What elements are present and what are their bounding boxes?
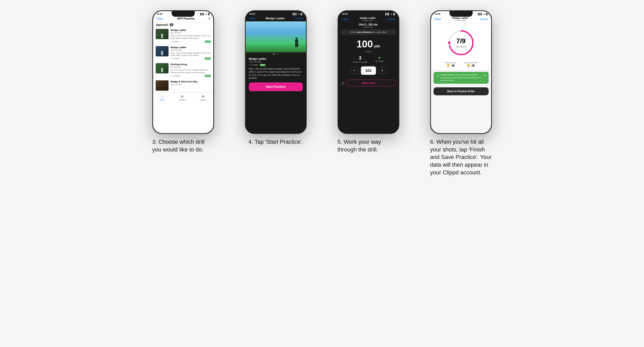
shot-info: Shot 1, 100 yds Score 5/9 <box>359 23 378 28</box>
back-button-3[interactable]: ‹ Back <box>341 18 349 21</box>
wifi-icon-3: ▲ <box>391 13 393 15</box>
bottom-nav-1: ⌂ Home ⊕ Activities ⊕ Capture <box>153 92 213 103</box>
score-text: 7/9 Total Score <box>455 38 467 48</box>
close-banner-button[interactable]: ✕ <box>483 74 486 77</box>
score-circle: 7/9 Total Score <box>447 29 475 57</box>
score-circle-container: 7/9 Total Score <box>431 23 491 60</box>
phone-section-1: 13:02 ▌▌▌ ▲ ▓ ‹ Back APP Practice ≡ Appr… <box>142 10 224 153</box>
caption-3: 5. Work your way through the drill. <box>338 138 399 153</box>
nav-capture[interactable]: ⊕ Capture <box>200 94 206 101</box>
check-icon: ✓ <box>436 74 439 78</box>
phone-screen-3: 13:03 ▌▌▌ ▲ ▓ ‹ Back Wedge Ladder 06 Mar… <box>338 11 399 133</box>
trophy-icon-2: 🏆 <box>466 64 470 67</box>
battery-icon-4: ▓ <box>486 13 488 15</box>
start-practice-button[interactable]: Start Practice <box>249 82 303 91</box>
phone-screen-4: 13:03 ▌▌▌ ▲ ▓ ‹ Back Wedge Ladder 06 Mar… <box>431 11 491 133</box>
drill-list: Wedge Ladder ☆ 50-100 yds Play 1 shot at… <box>153 27 213 92</box>
drill-thumb-3 <box>156 63 169 73</box>
distance-input[interactable] <box>361 66 376 75</box>
cancel-button-4[interactable]: Cancel <box>480 18 488 21</box>
increment-button[interactable]: + <box>379 67 386 74</box>
nav-bar-4: ‹ Back Wedge Ladder 06 Mar 2023 Cancel <box>431 16 491 23</box>
status-time-4: 13:03 <box>435 13 440 15</box>
trophy-icon-1: 🏆 <box>446 64 450 67</box>
wifi-icon-4: ▲ <box>483 13 485 15</box>
nav-title-1: APP Practice <box>177 17 195 20</box>
dot-2 <box>275 53 276 54</box>
decrement-button[interactable]: − <box>351 67 358 74</box>
phone-screen-1: 13:02 ▌▌▌ ▲ ▓ ‹ Back APP Practice ≡ Appr… <box>153 11 213 133</box>
prev-arrow[interactable]: ← <box>341 24 345 28</box>
back-button-1[interactable]: ‹ Back <box>156 17 163 20</box>
list-item[interactable]: Wedge Ladder ☆ 100-140 yds Play 1 shot a… <box>153 45 213 62</box>
nav-activities[interactable]: ⊕ Activities <box>179 94 186 101</box>
activities-icon: ⊕ <box>181 94 184 98</box>
app-badge-1: APP <box>205 40 210 43</box>
status-icons-4: ▌▌▌ ▲ ▓ <box>478 13 488 15</box>
drill-thumb-2 <box>156 46 169 56</box>
input-row: − + <box>338 65 399 77</box>
drill-thumb-4 <box>156 80 169 91</box>
signal-icon-2: ▌▌▌ <box>293 13 297 15</box>
status-time-3: 13:03 <box>342 13 348 15</box>
shots-label-2: ○ 9 shots <box>171 57 179 60</box>
list-item[interactable]: Pitching String ☆ 55-100 yds Hit 1 shot … <box>153 62 213 79</box>
caption-1: 3. Choose which drill you would like to … <box>152 138 214 153</box>
wifi-icon-2: ▲ <box>298 13 300 15</box>
carry-prompt: Enter carry distance for each shot <box>341 29 396 35</box>
caption-2: 4. Tap 'Start Practice'. <box>248 138 303 146</box>
cancel-button-3[interactable]: Cancel <box>387 18 395 21</box>
list-item[interactable]: Wedge & Short Iron Play ☆ 100-140 yds <box>153 79 213 92</box>
pb-row: Previous PB 🏆 -/9 Last month PB 🏆 -/9 <box>431 60 491 70</box>
phone-notch-3 <box>357 11 380 17</box>
drill-info-4: Wedge & Short Iron Play ☆ 100-140 yds <box>171 80 211 86</box>
shot-nav: ← Shot 1, 100 yds Score 5/9 → <box>338 23 399 29</box>
app-badge-2: APP <box>205 57 210 60</box>
stats-row: 3 Difference (yds) ● Hit Target <box>338 54 399 65</box>
dot-1 <box>273 53 274 54</box>
phone-notch-2 <box>264 11 287 17</box>
star-icon-3: ☆ <box>208 63 211 66</box>
wifi-icon-1: ▲ <box>205 13 207 15</box>
phone-section-4: 13:03 ▌▌▌ ▲ ▓ ‹ Back Wedge Ladder 06 Mar… <box>420 10 502 176</box>
back-to-drills-button[interactable]: Back to Practice Drills <box>434 87 489 95</box>
golf-figure <box>295 39 298 47</box>
next-arrow[interactable]: → <box>392 24 395 28</box>
cancel-button-2[interactable]: Cancel <box>295 17 303 20</box>
thumb-figure-1 <box>161 33 163 38</box>
next-shot-button[interactable]: Next Shot → <box>347 80 395 86</box>
stat-difference: 3 Difference (yds) <box>353 55 367 63</box>
back-button-2[interactable]: ‹ Back <box>249 17 256 20</box>
app-badge-3: APP <box>205 75 210 77</box>
app-badge-card: APP <box>260 64 266 66</box>
hamburger-icon[interactable]: ≡ <box>208 17 210 20</box>
nav-home[interactable]: ⌂ Home <box>160 94 165 101</box>
phone-section-3: 13:03 ▌▌▌ ▲ ▓ ‹ Back Wedge Ladder 06 Mar… <box>327 10 410 153</box>
star-icon-1: ☆ <box>208 29 211 32</box>
shots-label-1: ○ 9 shots <box>171 40 179 43</box>
next-shot-bar: 🗑 Next Shot → <box>338 78 399 88</box>
delete-icon[interactable]: 🗑 <box>341 81 345 85</box>
phone-frame-1: 13:02 ▌▌▌ ▲ ▓ ‹ Back APP Practice ≡ Appr… <box>152 10 214 134</box>
phone-notch-4 <box>449 11 473 17</box>
thumb-figure-2 <box>161 51 163 55</box>
signal-icon-3: ▌▌▌ <box>385 13 390 15</box>
status-time-2: 13:02 <box>249 13 255 15</box>
card-shots-2: ○ 9 shots <box>249 64 258 66</box>
status-time-1: 13:02 <box>157 13 163 15</box>
nav-bar-3: ‹ Back Wedge Ladder 06 Mar 2023 Cancel <box>338 16 399 23</box>
phone-screen-2: 13:02 ▌▌▌ ▲ ▓ ‹ Back Wedge Ladder Cancel <box>246 11 306 133</box>
drill-info-2: Wedge Ladder ☆ 100-140 yds Play 1 shot a… <box>171 46 211 60</box>
star-icon-4: ☆ <box>208 80 211 83</box>
list-item[interactable]: Wedge Ladder ☆ 50-100 yds Play 1 shot at… <box>153 27 213 45</box>
card-range-2: 100-140 yds <box>249 60 267 63</box>
battery-icon-3: ▓ <box>393 13 395 15</box>
prev-pb: Previous PB 🏆 -/9 <box>445 62 456 67</box>
svg-point-2 <box>448 41 451 44</box>
phone-frame-4: 13:03 ▌▌▌ ▲ ▓ ‹ Back Wedge Ladder 06 Mar… <box>430 10 492 134</box>
back-button-4[interactable]: ‹ Back <box>434 18 441 21</box>
dot-3 <box>277 53 278 54</box>
sky-bg <box>246 21 306 52</box>
page-container: 13:02 ▌▌▌ ▲ ▓ ‹ Back APP Practice ≡ Appr… <box>142 10 502 176</box>
card-desc-2: Play 1 shot at each target yardage. If y… <box>249 67 303 80</box>
